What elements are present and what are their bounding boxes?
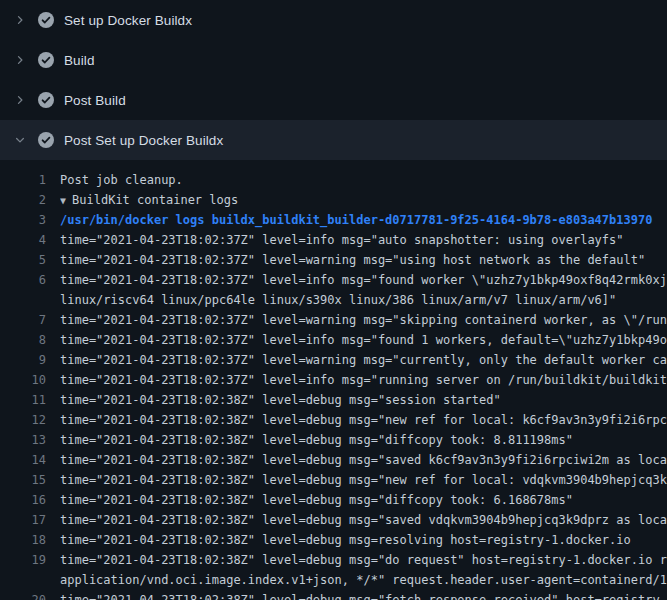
success-check-icon — [38, 12, 54, 28]
log-line: 19time="2021-04-23T18:02:38Z" level=debu… — [0, 550, 667, 590]
log-line: 3/usr/bin/docker logs buildx_buildkit_bu… — [0, 210, 667, 230]
log-line: 18time="2021-04-23T18:02:38Z" level=debu… — [0, 530, 667, 550]
log-text: time="2021-04-23T18:02:38Z" level=debug … — [60, 410, 667, 430]
line-number[interactable]: 3 — [0, 210, 46, 230]
log-line: 10time="2021-04-23T18:02:37Z" level=info… — [0, 370, 667, 390]
line-number[interactable]: 1 — [0, 170, 46, 190]
step-header[interactable]: Post Set up Docker Buildx — [0, 120, 667, 160]
log-text: time="2021-04-23T18:02:38Z" level=debug … — [60, 550, 667, 590]
step-header[interactable]: Post Build — [0, 80, 667, 120]
step-title: Build — [64, 53, 95, 68]
log-text: time="2021-04-23T18:02:38Z" level=debug … — [60, 470, 667, 490]
log-text: time="2021-04-23T18:02:37Z" level=info m… — [60, 270, 667, 310]
line-number[interactable]: 12 — [0, 410, 46, 430]
group-toggle-icon[interactable]: ▼ — [60, 191, 66, 210]
step-header[interactable]: Build — [0, 40, 667, 80]
step-title: Post Set up Docker Buildx — [64, 133, 223, 148]
log-line: 7time="2021-04-23T18:02:37Z" level=warni… — [0, 310, 667, 330]
log-line: 5time="2021-04-23T18:02:37Z" level=warni… — [0, 250, 667, 270]
line-number[interactable]: 8 — [0, 330, 46, 350]
log-line: 9time="2021-04-23T18:02:37Z" level=warni… — [0, 350, 667, 370]
line-number[interactable]: 6 — [0, 270, 46, 310]
log-line: 6time="2021-04-23T18:02:37Z" level=info … — [0, 270, 667, 310]
line-number[interactable]: 20 — [0, 590, 46, 600]
log-line: 8time="2021-04-23T18:02:37Z" level=info … — [0, 330, 667, 350]
success-check-icon — [38, 132, 54, 148]
line-number[interactable]: 17 — [0, 510, 46, 530]
chevron-down-icon — [12, 132, 28, 148]
log-text: time="2021-04-23T18:02:38Z" level=debug … — [60, 430, 667, 450]
log-text: time="2021-04-23T18:02:38Z" level=debug … — [60, 490, 667, 510]
chevron-right-icon — [12, 12, 28, 28]
line-number[interactable]: 14 — [0, 450, 46, 470]
step-list: Set up Docker BuildxBuildPost BuildPost … — [0, 0, 667, 160]
chevron-right-icon — [12, 92, 28, 108]
line-number[interactable]: 18 — [0, 530, 46, 550]
log-line: 16time="2021-04-23T18:02:38Z" level=debu… — [0, 490, 667, 510]
log-text: time="2021-04-23T18:02:38Z" level=debug … — [60, 510, 667, 530]
line-number[interactable]: 19 — [0, 550, 46, 590]
line-number[interactable]: 4 — [0, 230, 46, 250]
log-line: 17time="2021-04-23T18:02:38Z" level=debu… — [0, 510, 667, 530]
log-text: Post job cleanup. — [60, 170, 667, 190]
log-text: time="2021-04-23T18:02:38Z" level=debug … — [60, 390, 667, 410]
log-line: 1Post job cleanup. — [0, 170, 667, 190]
chevron-right-icon — [12, 52, 28, 68]
log-line: 11time="2021-04-23T18:02:38Z" level=debu… — [0, 390, 667, 410]
line-number[interactable]: 11 — [0, 390, 46, 410]
log-text: time="2021-04-23T18:02:37Z" level=info m… — [60, 230, 667, 250]
log-text: time="2021-04-23T18:02:37Z" level=warnin… — [60, 350, 667, 370]
line-number[interactable]: 15 — [0, 470, 46, 490]
log-text: time="2021-04-23T18:02:37Z" level=warnin… — [60, 310, 667, 330]
log-text: time="2021-04-23T18:02:38Z" level=debug … — [60, 530, 667, 550]
log-text: time="2021-04-23T18:02:38Z" level=debug … — [60, 590, 667, 600]
line-number[interactable]: 2 — [0, 190, 46, 210]
success-check-icon — [38, 52, 54, 68]
step-title: Post Build — [64, 93, 126, 108]
success-check-icon — [38, 92, 54, 108]
log-line: 14time="2021-04-23T18:02:38Z" level=debu… — [0, 450, 667, 470]
line-number[interactable]: 5 — [0, 250, 46, 270]
log-line: 12time="2021-04-23T18:02:38Z" level=debu… — [0, 410, 667, 430]
step-title: Set up Docker Buildx — [64, 13, 192, 28]
log-text: ▼BuildKit container logs — [60, 190, 667, 210]
line-number[interactable]: 10 — [0, 370, 46, 390]
line-number[interactable]: 13 — [0, 430, 46, 450]
log-line: 15time="2021-04-23T18:02:38Z" level=debu… — [0, 470, 667, 490]
command-text: /usr/bin/docker logs buildx_buildkit_bui… — [60, 210, 667, 230]
log-text: time="2021-04-23T18:02:37Z" level=info m… — [60, 370, 667, 390]
log-lines: 1Post job cleanup.2▼BuildKit container l… — [0, 160, 667, 600]
line-number[interactable]: 7 — [0, 310, 46, 330]
log-line: 20time="2021-04-23T18:02:38Z" level=debu… — [0, 590, 667, 600]
log-text: time="2021-04-23T18:02:38Z" level=debug … — [60, 450, 667, 470]
log-line: 4time="2021-04-23T18:02:37Z" level=info … — [0, 230, 667, 250]
actions-log-viewer: Set up Docker BuildxBuildPost BuildPost … — [0, 0, 667, 600]
log-text: time="2021-04-23T18:02:37Z" level=warnin… — [60, 250, 667, 270]
log-text: time="2021-04-23T18:02:37Z" level=info m… — [60, 330, 667, 350]
line-number[interactable]: 16 — [0, 490, 46, 510]
step-header[interactable]: Set up Docker Buildx — [0, 0, 667, 40]
log-line[interactable]: 2▼BuildKit container logs — [0, 190, 667, 210]
log-line: 13time="2021-04-23T18:02:38Z" level=debu… — [0, 430, 667, 450]
line-number[interactable]: 9 — [0, 350, 46, 370]
